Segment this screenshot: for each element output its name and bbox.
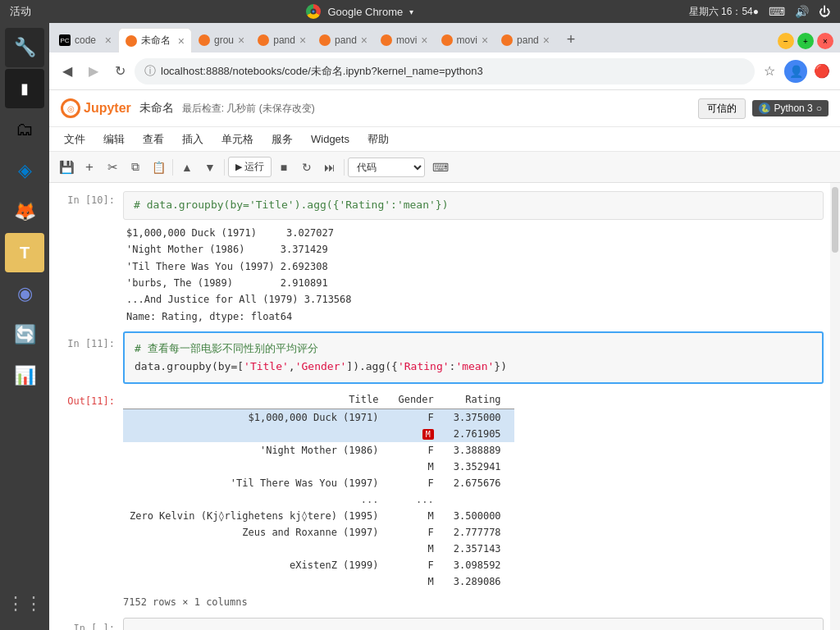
table-row: M 2.357143 — [123, 541, 514, 557]
cell-gender: M — [391, 573, 446, 590]
menu-kernel[interactable]: 服务 — [263, 129, 301, 150]
cell-11[interactable]: In [11]: # 查看每一部电影不同性别的平均评分 data.groupby… — [49, 328, 840, 387]
notebook-title[interactable]: 未命名 — [139, 101, 174, 116]
scrollbar-track[interactable] — [830, 183, 840, 630]
cell-title: $1,000,000 Duck (1971) — [123, 409, 391, 427]
tab-pand2[interactable]: pand × — [313, 28, 374, 52]
browser-window: PC code × 未命名 × grou × pand × — [49, 23, 840, 630]
activities-label[interactable]: 活动 — [10, 4, 31, 19]
tab-movi2[interactable]: movi × — [435, 28, 495, 52]
tab-pand1[interactable]: pand × — [251, 28, 313, 52]
tab-close-pand1[interactable]: × — [299, 34, 306, 47]
keyboard-shortcuts-button[interactable]: ⌨ — [430, 157, 451, 178]
code-cell-11[interactable]: # 查看每一部电影不同性别的平均评分 data.groupby(by=['Tit… — [123, 331, 824, 384]
menu-insert[interactable]: 插入 — [174, 129, 212, 150]
back-button[interactable]: ◀ — [56, 60, 79, 83]
code-line-11: data.groupby(by=[ — [135, 360, 244, 372]
apps-grid-icon[interactable]: ⋮⋮ — [5, 584, 44, 623]
move-down-button[interactable]: ▼ — [199, 157, 221, 178]
jupyter-favicon — [126, 35, 137, 47]
menu-view[interactable]: 查看 — [135, 129, 172, 150]
trust-button[interactable]: 可信的 — [698, 98, 746, 119]
cell-gender: F — [391, 524, 446, 541]
menu-file[interactable]: 文件 — [56, 129, 94, 150]
cut-button[interactable]: ✂ — [102, 157, 123, 178]
forward-button[interactable]: ▶ — [82, 60, 105, 83]
empty-code-cell[interactable] — [123, 618, 824, 630]
folder-icon[interactable]: 🗂 — [5, 110, 44, 149]
kernel-status-icon: ○ — [816, 103, 822, 114]
tab-close-code[interactable]: × — [105, 34, 112, 47]
tab-grou[interactable]: grou × — [192, 28, 251, 52]
reload-button[interactable]: ↻ — [108, 60, 131, 83]
restart-button[interactable]: ↻ — [296, 157, 317, 178]
save-button[interactable]: 💾 — [56, 157, 77, 178]
tab-code[interactable]: PC code × — [52, 28, 118, 52]
tab-close-movi1[interactable]: × — [421, 34, 427, 47]
output-text-10: $1,000,000 Duck (1971) 3.027027 'Night M… — [123, 223, 824, 326]
tab-movi1[interactable]: movi × — [374, 28, 435, 52]
bookmark-button[interactable]: ☆ — [758, 60, 781, 83]
menu-cell[interactable]: 单元格 — [213, 129, 262, 150]
cell-rating: 3.352941 — [447, 459, 514, 475]
tab-close-movi2[interactable]: × — [482, 34, 488, 47]
jupyter-menu-bar: 文件 编辑 查看 插入 单元格 服务 Widgets 帮助 — [49, 126, 840, 151]
run-label: 运行 — [244, 160, 264, 174]
terminal-icon[interactable]: ▮ — [5, 69, 44, 108]
table-row: 'Til There Was You (1997) F 2.675676 — [123, 475, 514, 491]
tab-close-grou[interactable]: × — [238, 34, 244, 47]
vscode-icon[interactable]: ◈ — [5, 151, 44, 190]
output-10: $1,000,000 Duck (1971) 3.027027 'Night M… — [49, 221, 840, 328]
text-editor-icon[interactable]: T — [5, 233, 44, 272]
update-icon[interactable]: 🔄 — [5, 315, 44, 354]
table-row: M 2.761905 — [123, 426, 514, 442]
tab-pand3[interactable]: pand × — [495, 28, 556, 52]
url-bar[interactable]: ⓘ localhost:8888/notebooks/code/未命名.ipyn… — [135, 58, 755, 84]
maximize-button[interactable]: + — [797, 33, 814, 49]
interrupt-button[interactable]: ■ — [273, 157, 294, 178]
toolbar-separator-2 — [224, 159, 225, 176]
run-button[interactable]: ▶ 运行 — [228, 157, 272, 177]
run-icon: ▶ — [235, 162, 242, 172]
tab-close-pand2[interactable]: × — [361, 34, 368, 47]
tab-close-pand3[interactable]: × — [543, 34, 550, 47]
new-tab-button[interactable]: + — [559, 28, 582, 51]
paste-button[interactable]: 📋 — [148, 157, 169, 178]
cell-label-empty: In [ ]: — [49, 618, 123, 630]
cell-title: 'Til There Was You (1997) — [123, 475, 391, 491]
add-cell-button[interactable]: + — [79, 157, 100, 178]
toolbar-separator-3 — [344, 159, 345, 176]
restart-run-button[interactable]: ⏭ — [319, 157, 340, 178]
jupyter-logo: ◎ Jupyter — [61, 98, 131, 118]
empty-cell[interactable]: In [ ]: — [49, 614, 840, 630]
power-icon[interactable]: ⏻ — [819, 5, 830, 18]
notebook-status: 最后检查: 几秒前 (未保存改变) — [182, 102, 315, 116]
cell-output-text: In [10]: # data.groupby(by='Title').agg(… — [49, 189, 840, 221]
url-text: localhost:8888/notebooks/code/未命名.ipynb?… — [161, 64, 745, 79]
cell-content-10: # data.groupby(by='Title').agg({'Rating'… — [123, 191, 824, 220]
tab-close-jupyter[interactable]: × — [178, 34, 185, 48]
output-dataframe: Title Gender Rating $1,000,000 Duck (197… — [123, 390, 514, 590]
close-window-button[interactable]: × — [817, 33, 833, 49]
copy-button[interactable]: ⧉ — [125, 157, 146, 178]
menu-edit[interactable]: 编辑 — [95, 129, 133, 150]
move-up-button[interactable]: ▲ — [176, 157, 198, 178]
scrollbar-thumb[interactable] — [832, 187, 838, 253]
profile-button[interactable]: 👤 — [784, 60, 807, 83]
dropdown-arrow[interactable]: ▾ — [409, 7, 413, 16]
discord-icon[interactable]: ◉ — [5, 274, 44, 313]
sound-icon[interactable]: 🔊 — [795, 5, 809, 18]
cell-title — [123, 573, 391, 590]
extensions-button[interactable]: 🔴 — [810, 60, 833, 83]
firefox-icon[interactable]: 🦊 — [5, 192, 44, 231]
cell-rating: 3.388889 — [447, 442, 514, 459]
cell-gender: F — [391, 557, 446, 573]
menu-help[interactable]: 帮助 — [359, 129, 397, 150]
tab-jupyter-active[interactable]: 未命名 × — [118, 28, 192, 52]
pycharm-icon[interactable]: 🔧 — [5, 28, 44, 67]
cell-type-select[interactable]: 代码 Markdown 原始单元格 — [348, 158, 425, 177]
minimize-button[interactable]: − — [778, 33, 794, 49]
cell-rating: 3.375000 — [447, 409, 514, 427]
sheets-icon[interactable]: 📊 — [5, 356, 44, 395]
menu-widgets[interactable]: Widgets — [303, 130, 358, 148]
